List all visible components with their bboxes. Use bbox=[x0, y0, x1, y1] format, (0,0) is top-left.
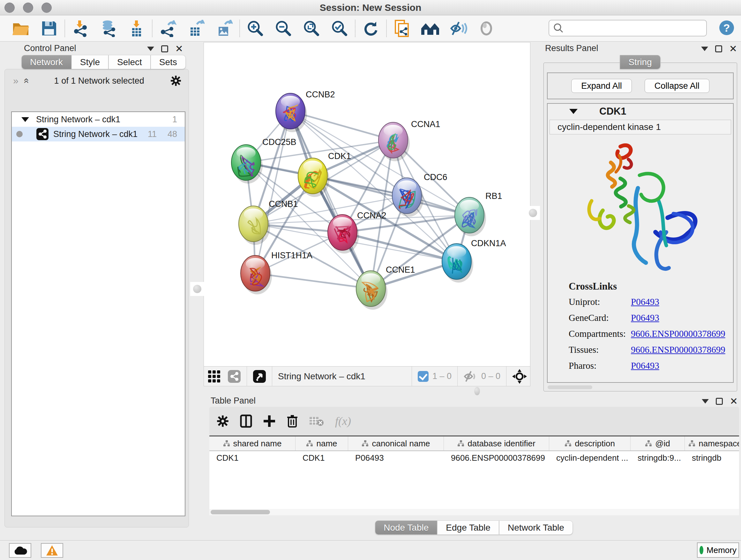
tab-network-table[interactable]: Network Table bbox=[499, 520, 573, 535]
column-header-shared-name[interactable]: shared name bbox=[209, 436, 295, 450]
table-cell[interactable]: stringdb:9... bbox=[630, 451, 685, 464]
results-scrollbar-thumb[interactable] bbox=[548, 385, 592, 389]
node-CCNE1[interactable]: CCNE1 bbox=[356, 265, 415, 310]
zoom-fit-button[interactable] bbox=[297, 18, 326, 39]
column-header--id[interactable]: @id bbox=[630, 436, 685, 450]
protein-card-header[interactable]: CDK1 bbox=[548, 104, 733, 119]
panel-menu-icon[interactable] bbox=[702, 399, 709, 403]
table-cell[interactable]: 9606.ENSP00000378699 bbox=[444, 451, 549, 464]
memory-button[interactable]: Memory bbox=[697, 543, 739, 558]
panel-float-icon[interactable] bbox=[161, 45, 168, 52]
panel-close-icon[interactable]: ✕ bbox=[175, 45, 183, 52]
hidden-eye-icon[interactable] bbox=[463, 371, 477, 382]
clone-network-button[interactable] bbox=[388, 18, 416, 39]
panel-menu-icon[interactable] bbox=[701, 47, 708, 51]
tab-edge-table[interactable]: Edge Table bbox=[437, 520, 499, 535]
add-column-icon[interactable] bbox=[263, 415, 276, 428]
tab-style[interactable]: Style bbox=[71, 55, 109, 69]
bottom-splitter-handle[interactable] bbox=[474, 387, 480, 395]
show-columns-icon[interactable] bbox=[240, 415, 252, 428]
import-network-file-button[interactable] bbox=[66, 18, 94, 39]
eye-disabled-button[interactable] bbox=[472, 18, 500, 39]
birds-eye-view-icon[interactable] bbox=[253, 370, 266, 383]
string-style-icon[interactable] bbox=[227, 370, 241, 383]
tab-select[interactable]: Select bbox=[109, 55, 151, 69]
edge-CCNB2-HIST1H1A[interactable] bbox=[255, 111, 290, 273]
node-CDC6[interactable]: CDC6 bbox=[392, 172, 448, 217]
tab-node-table[interactable]: Node Table bbox=[375, 520, 437, 535]
edge-HIST1H1A-CCNE1[interactable] bbox=[255, 273, 371, 289]
table-options-gear-icon[interactable] bbox=[216, 415, 229, 428]
node-CDKN1A[interactable]: CDKN1A bbox=[442, 239, 506, 283]
collapse-all-button[interactable]: Collapse All bbox=[645, 79, 710, 93]
collapse-all-icon[interactable]: » bbox=[13, 76, 18, 85]
save-session-button[interactable] bbox=[35, 18, 63, 39]
node-CCNB2[interactable]: CCNB2 bbox=[276, 90, 335, 132]
table-row[interactable]: CDK1CDK1P064939606.ENSP00000378699cyclin… bbox=[209, 451, 739, 464]
crosslink-link[interactable]: 9606.ENSP00000378699 bbox=[631, 345, 725, 355]
selected-checkbox-icon[interactable] bbox=[418, 371, 428, 382]
network-graph-canvas[interactable]: CCNB2CCNA1CDC25BCDK1CDC6RB1CCNB1CCNA2CDK… bbox=[204, 43, 530, 366]
column-header-name[interactable]: name bbox=[295, 436, 348, 450]
panel-menu-icon[interactable] bbox=[147, 47, 154, 51]
table-horizontal-scrollbar[interactable] bbox=[209, 509, 739, 515]
string-home-button[interactable] bbox=[416, 18, 444, 39]
column-header-database-identifier[interactable]: database identifier bbox=[444, 436, 549, 450]
export-image-button[interactable] bbox=[210, 18, 238, 39]
tab-string[interactable]: String bbox=[620, 55, 660, 69]
node-CCNA1[interactable]: CCNA1 bbox=[379, 119, 441, 161]
crosslink-link[interactable]: 9606.ENSP00000378699 bbox=[631, 328, 725, 339]
column-type-icon bbox=[457, 440, 464, 447]
warnings-button[interactable] bbox=[41, 543, 63, 558]
zoom-out-button[interactable] bbox=[269, 18, 297, 39]
expand-all-button[interactable]: Expand All bbox=[571, 79, 632, 93]
column-header-description[interactable]: description bbox=[549, 436, 630, 450]
cloud-status-button[interactable] bbox=[9, 543, 31, 558]
column-header-label: shared name bbox=[233, 439, 282, 449]
column-header-canonical-name[interactable]: canonical name bbox=[348, 436, 444, 450]
export-network-button[interactable] bbox=[154, 18, 182, 39]
node-HIST1H1A[interactable]: HIST1H1A bbox=[241, 251, 313, 294]
network-options-gear-icon[interactable] bbox=[170, 75, 182, 86]
import-network-database-button[interactable] bbox=[94, 18, 123, 39]
search-input[interactable] bbox=[564, 23, 698, 34]
expand-all-icon[interactable]: » bbox=[21, 78, 30, 84]
protein-expander-icon[interactable] bbox=[569, 109, 578, 114]
network-collection-row[interactable]: String Network – cdk1 1 bbox=[12, 112, 185, 127]
panel-close-icon[interactable]: ✕ bbox=[730, 398, 738, 405]
scrollbar-thumb[interactable] bbox=[211, 510, 270, 514]
tab-sets[interactable]: Sets bbox=[151, 55, 186, 69]
zoom-in-button[interactable] bbox=[241, 18, 269, 39]
right-splitter-handle[interactable] bbox=[526, 206, 540, 220]
node-RB1[interactable]: RB1 bbox=[455, 191, 502, 236]
crosslink-link[interactable]: P06493 bbox=[631, 297, 659, 307]
grid-view-icon[interactable] bbox=[208, 370, 220, 383]
export-table-button[interactable] bbox=[182, 18, 210, 39]
hide-unhide-button[interactable] bbox=[444, 18, 472, 39]
zoom-selected-button[interactable] bbox=[326, 18, 354, 39]
table-cell[interactable]: cyclin-dependent ... bbox=[549, 451, 630, 464]
help-button[interactable]: ? bbox=[719, 20, 734, 35]
open-session-button[interactable] bbox=[7, 18, 35, 39]
refresh-button[interactable] bbox=[357, 18, 385, 39]
crosslink-link[interactable]: P06493 bbox=[631, 313, 659, 323]
column-type-icon bbox=[361, 440, 368, 447]
column-header-namespace[interactable]: namespace bbox=[685, 436, 739, 450]
collection-expander-icon[interactable] bbox=[21, 117, 29, 122]
protein-description: cyclin-dependent kinase 1 bbox=[549, 120, 731, 134]
panel-close-icon[interactable]: ✕ bbox=[729, 45, 737, 52]
table-cell[interactable]: P06493 bbox=[348, 451, 444, 464]
table-cell[interactable]: CDK1 bbox=[209, 451, 295, 464]
delete-column-icon[interactable] bbox=[286, 415, 298, 428]
table-cell[interactable]: stringdb bbox=[685, 451, 739, 464]
edge-CCNB2-CCNE1[interactable] bbox=[290, 111, 371, 289]
tab-network[interactable]: Network bbox=[21, 55, 71, 69]
table-cell[interactable]: CDK1 bbox=[295, 451, 348, 464]
panel-float-icon[interactable] bbox=[716, 398, 723, 405]
left-splitter-handle[interactable] bbox=[190, 282, 204, 296]
import-table-button[interactable] bbox=[123, 18, 151, 39]
panel-float-icon[interactable] bbox=[715, 45, 722, 52]
crosslink-link[interactable]: P06493 bbox=[631, 361, 659, 371]
network-row[interactable]: String Network – cdk1 11 48 bbox=[12, 127, 185, 141]
pan-crosshair-icon[interactable] bbox=[512, 369, 527, 384]
